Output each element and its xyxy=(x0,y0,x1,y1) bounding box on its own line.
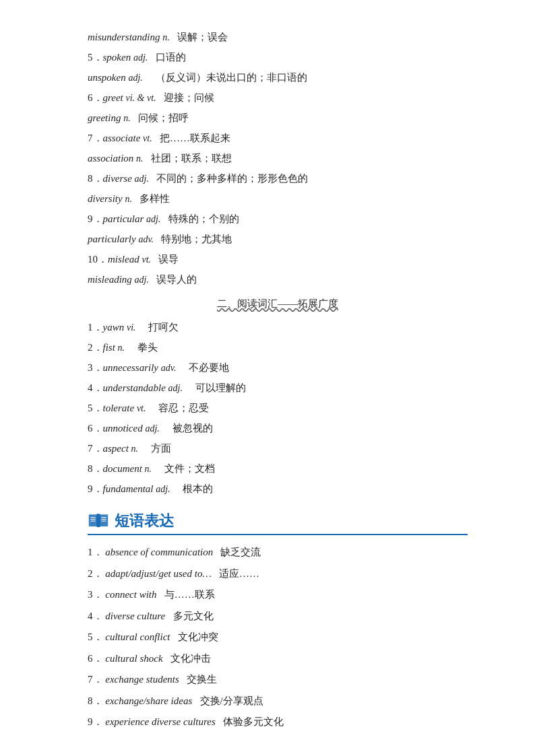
word-misleading-en: misleading xyxy=(88,274,132,285)
word-greeting-def: 问候；招呼 xyxy=(138,112,189,123)
svg-rect-0 xyxy=(89,514,97,526)
vocab-association: association n. 社团；联系；联想 xyxy=(88,148,468,168)
vocab-greeting: greeting n. 问候；招呼 xyxy=(88,108,468,128)
vocab-document: 8．document n. 文件；文档 xyxy=(88,458,468,479)
phrase-5: 5． cultural conflict 文化冲突 xyxy=(88,627,468,648)
section2-header: 二、阅读词汇——拓展广度 xyxy=(88,298,468,310)
word-particular-num: 9． xyxy=(88,213,103,224)
word-greet-type: vi. & vt. xyxy=(126,93,156,103)
word-diversity-en: diversity xyxy=(88,193,123,204)
word-spoken-type: adj. xyxy=(133,53,148,63)
vocab-aspect: 7．aspect n. 方面 xyxy=(88,438,468,458)
word-associate-type: vt. xyxy=(143,133,152,143)
word-misleading-def: 误导人的 xyxy=(156,274,197,285)
vocab-top-section: misunderstanding n. 误解；误会 5．spoken adj. … xyxy=(88,27,468,289)
word-mislead-num: 10． xyxy=(88,254,108,265)
word-greeting-en: greeting xyxy=(88,112,121,123)
word-unspoken-type: adj. xyxy=(128,73,142,83)
vocab-particularly: particularly adv. 特别地；尤其地 xyxy=(88,229,468,249)
phrase-1: 1． absence of communication 缺乏交流 xyxy=(88,542,468,563)
vocab-tolerate: 5．tolerate vt. 容忍；忍受 xyxy=(88,398,468,418)
word-spoken-num: 5． xyxy=(88,52,103,63)
word-spoken-def: 口语的 xyxy=(156,52,186,63)
svg-rect-1 xyxy=(100,514,108,526)
vocab-particular: 9．particular adj. 特殊的；个别的 xyxy=(88,209,468,229)
phrase-9: 9． experience diverse cultures 体验多元文化 xyxy=(88,712,468,733)
phrase-section-title: 短语表达 xyxy=(115,511,174,531)
phrase-6: 6． cultural shock 文化冲击 xyxy=(88,648,468,670)
phrase-section-header: 短语表达 xyxy=(88,511,468,535)
phrase-3: 3． connect with 与……联系 xyxy=(88,584,468,606)
word-diverse-type: adj. xyxy=(135,174,149,184)
word-associate-en: associate xyxy=(103,133,141,143)
word-association-def: 社团；联系；联想 xyxy=(151,153,232,164)
vocab-fundamental: 9．fundamental adj. 根本的 xyxy=(88,479,468,499)
phrase-7: 7． exchange students 交换生 xyxy=(88,669,468,691)
word-unspoken-def: （反义词）未说出口的；非口语的 xyxy=(156,72,307,83)
word-greet-en: greet xyxy=(103,92,123,103)
vocab-unspoken: unspoken adj. （反义词）未说出口的；非口语的 xyxy=(88,67,468,88)
section2-title: 二、阅读词汇——拓展广度 xyxy=(217,298,338,309)
word-greeting-type: n. xyxy=(123,113,131,123)
vocab-section2: 1．yawn vi. 打呵欠 2．fist n. 拳头 3．unnecessar… xyxy=(88,317,468,499)
vocab-understandable: 4．understandable adj. 可以理解的 xyxy=(88,378,468,398)
svg-rect-2 xyxy=(96,514,100,527)
word-unspoken-en: unspoken xyxy=(88,72,126,83)
word-associate-num: 7． xyxy=(88,133,103,143)
word-association-en: association xyxy=(88,153,133,164)
word-spoken-en: spoken xyxy=(103,52,131,63)
word-misleading-type: adj. xyxy=(135,275,149,285)
word-diversity-type: n. xyxy=(125,194,132,204)
vocab-yawn: 1．yawn vi. 打呵欠 xyxy=(88,317,468,337)
word-particularly-type: adv. xyxy=(138,234,154,244)
word-associate-def: 把……联系起来 xyxy=(160,133,230,143)
vocab-spoken: 5．spoken adj. 口语的 xyxy=(88,47,468,67)
vocab-fist: 2．fist n. 拳头 xyxy=(88,337,468,357)
vocab-greet: 6．greet vi. & vt. 迎接；问候 xyxy=(88,88,468,108)
word-association-type: n. xyxy=(136,153,144,164)
vocab-associate: 7．associate vt. 把……联系起来 xyxy=(88,128,468,148)
word-particular-type: adj. xyxy=(146,214,160,224)
phrase-list: 1． absence of communication 缺乏交流 2． adap… xyxy=(88,542,468,733)
word-misunderstanding-def: 误解；误会 xyxy=(177,32,228,42)
word-particular-def: 特殊的；个别的 xyxy=(168,213,239,224)
word-greet-num: 6． xyxy=(88,92,103,103)
word-mislead-type: vt. xyxy=(141,254,151,265)
vocab-mislead: 10．mislead vt. 误导 xyxy=(88,249,468,269)
word-diverse-num: 8． xyxy=(88,173,103,184)
vocab-diversity: diversity n. 多样性 xyxy=(88,188,468,209)
word-mislead-def: 误导 xyxy=(158,254,179,265)
phrase-4: 4． diverse culture 多元文化 xyxy=(88,606,468,627)
vocab-diverse: 8．diverse adj. 不同的；多种多样的；形形色色的 xyxy=(88,168,468,188)
word-particularly-en: particularly xyxy=(88,234,136,244)
word-diverse-def: 不同的；多种多样的；形形色色的 xyxy=(156,173,308,184)
book-icon xyxy=(88,512,109,530)
word-diverse-en: diverse xyxy=(103,173,132,184)
phrase-2: 2． adapt/adjust/get used to… 适应…… xyxy=(88,563,468,585)
word-misunderstanding-en: misunderstanding xyxy=(88,32,160,42)
word-particularly-def: 特别地；尤其地 xyxy=(161,234,232,244)
word-mislead-en: mislead xyxy=(108,254,139,265)
vocab-unnoticed: 6．unnoticed adj. 被忽视的 xyxy=(88,418,468,438)
phrase-8: 8． exchange/share ideas 交换/分享观点 xyxy=(88,691,468,712)
word-greet-def: 迎接；问候 xyxy=(164,92,214,103)
vocab-misunderstanding: misunderstanding n. 误解；误会 xyxy=(88,27,468,47)
vocab-misleading: misleading adj. 误导人的 xyxy=(88,269,468,289)
word-misunderstanding-type: n. xyxy=(162,32,170,42)
word-diversity-def: 多样性 xyxy=(139,193,170,204)
word-particular-en: particular xyxy=(103,213,144,224)
vocab-unnecessarily: 3．unnecessarily adv. 不必要地 xyxy=(88,357,468,378)
